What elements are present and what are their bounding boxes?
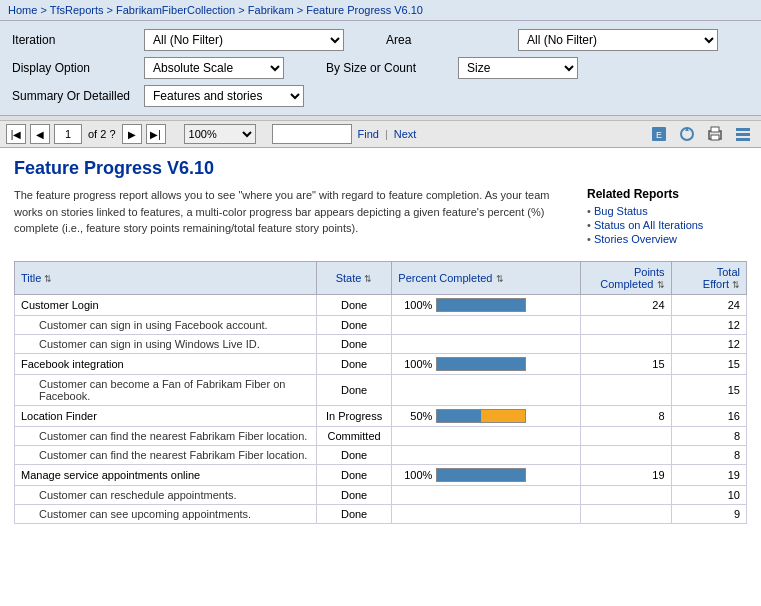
cell-effort: 16: [671, 406, 746, 427]
table-row: Manage service appointments onlineDone10…: [15, 465, 747, 486]
export-button[interactable]: E: [647, 124, 671, 144]
title-sort-icon: ⇅: [44, 274, 52, 284]
table-header-row: Title ⇅ State ⇅ Percent Completed ⇅ Poin…: [15, 262, 747, 295]
breadcrumb-fabrikam[interactable]: Fabrikam: [248, 4, 294, 16]
report-description: The feature progress report allows you t…: [14, 187, 571, 247]
report-section: The feature progress report allows you t…: [14, 187, 747, 247]
display-option-select[interactable]: Absolute Scale: [144, 57, 284, 79]
search-input[interactable]: [272, 124, 352, 144]
cell-points: [580, 335, 671, 354]
by-size-select[interactable]: Size: [458, 57, 578, 79]
iteration-label: Iteration: [12, 33, 132, 47]
layout-button[interactable]: [731, 124, 755, 144]
report-title: Feature Progress V6.10: [14, 158, 747, 179]
col-percent[interactable]: Percent Completed ⇅: [392, 262, 581, 295]
cell-state: Done: [316, 295, 391, 316]
table-row: Customer LoginDone100%2424: [15, 295, 747, 316]
cell-title: Customer Login: [15, 295, 317, 316]
cell-state: Done: [316, 316, 391, 335]
col-title[interactable]: Title ⇅: [15, 262, 317, 295]
svg-rect-6: [736, 128, 750, 131]
cell-effort: 8: [671, 446, 746, 465]
cell-effort: 12: [671, 335, 746, 354]
table-row: Facebook integrationDone100%1515: [15, 354, 747, 375]
iteration-select[interactable]: All (No Filter): [144, 29, 344, 51]
col-state[interactable]: State ⇅: [316, 262, 391, 295]
cell-title: Manage service appointments online: [15, 465, 317, 486]
cell-points: [580, 427, 671, 446]
refresh-button[interactable]: [675, 124, 699, 144]
cell-percent: [392, 335, 581, 354]
table-row: Location FinderIn Progress50%816: [15, 406, 747, 427]
table-row: Customer can sign in using Facebook acco…: [15, 316, 747, 335]
display-option-label: Display Option: [12, 61, 132, 75]
cell-percent: [392, 486, 581, 505]
nav-first-button[interactable]: |◀: [6, 124, 26, 144]
cell-state: Done: [316, 465, 391, 486]
cell-percent: [392, 375, 581, 406]
next-find-button[interactable]: Next: [392, 128, 419, 140]
cell-points: [580, 505, 671, 524]
table-row: Customer can see upcoming appointments.D…: [15, 505, 747, 524]
area-label: Area: [386, 33, 506, 47]
related-link-stories-overview[interactable]: Stories Overview: [587, 233, 747, 245]
cell-points: 24: [580, 295, 671, 316]
cell-effort: 24: [671, 295, 746, 316]
table-row: Customer can become a Fan of Fabrikam Fi…: [15, 375, 747, 406]
cell-points: 19: [580, 465, 671, 486]
cell-points: [580, 316, 671, 335]
page-total: of 2 ?: [88, 128, 116, 140]
cell-points: [580, 486, 671, 505]
cell-points: 15: [580, 354, 671, 375]
breadcrumb-collection[interactable]: FabrikamFiberCollection: [116, 4, 235, 16]
breadcrumb-home[interactable]: Home: [8, 4, 37, 16]
cell-effort: 15: [671, 354, 746, 375]
cell-percent: [392, 427, 581, 446]
svg-rect-4: [711, 127, 719, 132]
cell-effort: 12: [671, 316, 746, 335]
points-sort-icon: ⇅: [657, 280, 665, 290]
cell-state: Done: [316, 486, 391, 505]
cell-state: Done: [316, 446, 391, 465]
nav-prev-button[interactable]: ◀: [30, 124, 50, 144]
col-effort[interactable]: TotalEffort ⇅: [671, 262, 746, 295]
percent-sort-icon: ⇅: [496, 274, 504, 284]
cell-state: Done: [316, 335, 391, 354]
zoom-select[interactable]: 100% 75% 50% 150%: [184, 124, 256, 144]
summary-label: Summary Or Detailled: [12, 89, 132, 103]
breadcrumb-current: Feature Progress V6.10: [306, 4, 423, 16]
summary-select[interactable]: Features and stories: [144, 85, 304, 107]
cell-effort: 15: [671, 375, 746, 406]
related-reports-list: Bug Status Status on All Iterations Stor…: [587, 205, 747, 245]
related-reports: Related Reports Bug Status Status on All…: [587, 187, 747, 247]
print-button[interactable]: [703, 124, 727, 144]
cell-percent: 100%: [392, 354, 581, 375]
svg-rect-7: [736, 133, 750, 136]
table-row: Customer can find the nearest Fabrikam F…: [15, 427, 747, 446]
cell-points: [580, 375, 671, 406]
cell-state: Done: [316, 354, 391, 375]
area-select[interactable]: All (No Filter): [518, 29, 718, 51]
table-row: Customer can find the nearest Fabrikam F…: [15, 446, 747, 465]
svg-rect-5: [711, 135, 719, 140]
nav-next-button[interactable]: ▶: [122, 124, 142, 144]
cell-effort: 19: [671, 465, 746, 486]
cell-title: Customer can see upcoming appointments.: [15, 505, 317, 524]
nav-last-button[interactable]: ▶|: [146, 124, 166, 144]
cell-effort: 9: [671, 505, 746, 524]
state-sort-icon: ⇅: [364, 274, 372, 284]
filter-row-3: Summary Or Detailled Features and storie…: [12, 85, 749, 107]
cell-title: Customer can become a Fan of Fabrikam Fi…: [15, 375, 317, 406]
find-button[interactable]: Find: [356, 128, 381, 140]
cell-title: Customer can find the nearest Fabrikam F…: [15, 446, 317, 465]
cell-percent: [392, 446, 581, 465]
col-points[interactable]: PointsCompleted ⇅: [580, 262, 671, 295]
cell-title: Customer can reschedule appointments.: [15, 486, 317, 505]
cell-points: [580, 446, 671, 465]
related-link-all-iterations[interactable]: Status on All Iterations: [587, 219, 747, 231]
related-link-bug-status[interactable]: Bug Status: [587, 205, 747, 217]
svg-text:E: E: [656, 130, 662, 140]
breadcrumb-tfsreports[interactable]: TfsReports: [50, 4, 104, 16]
page-input[interactable]: [54, 124, 82, 144]
cell-percent: [392, 316, 581, 335]
